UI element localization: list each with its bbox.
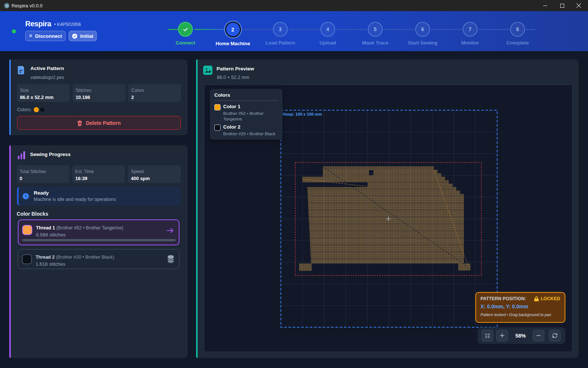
svg-text:Hoop: 100 x 100 mm: Hoop: 100 x 100 mm [283, 112, 322, 116]
